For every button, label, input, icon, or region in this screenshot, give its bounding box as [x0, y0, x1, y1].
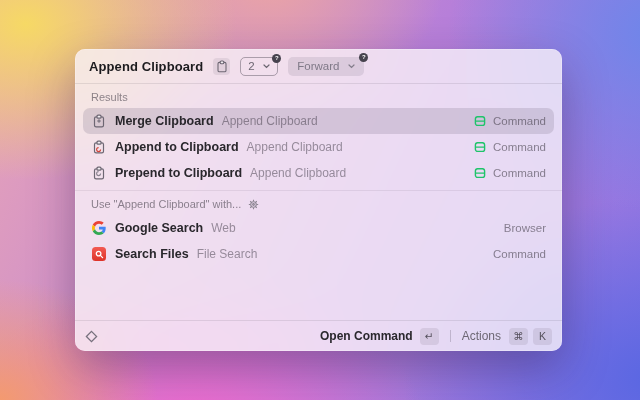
list-item-title: Append to Clipboard: [115, 140, 239, 154]
results-list: Results Merge Clipboard Append Clipboard: [75, 84, 562, 351]
append-clipboard-icon: [91, 140, 107, 154]
command-header: Append Clipboard 2 ? Forward ?: [75, 49, 562, 83]
cmd-key-badge: ⌘: [509, 328, 528, 345]
chevron-down-icon: [263, 64, 270, 69]
list-item-title: Prepend to Clipboard: [115, 166, 242, 180]
count-dropdown[interactable]: 2 ?: [240, 57, 278, 76]
mode-dropdown[interactable]: Forward ?: [288, 57, 364, 76]
chevron-down-icon: [348, 64, 355, 69]
command-tile-icon: [474, 141, 486, 153]
help-badge: ?: [359, 53, 368, 62]
actions-label: Actions: [462, 329, 501, 343]
help-badge: ?: [272, 54, 281, 63]
merge-clipboard-icon: [91, 114, 107, 128]
list-item-subtitle: Web: [211, 221, 235, 235]
page-title: Append Clipboard: [89, 59, 203, 74]
section-label-use-with: Use "Append Clipboard" with...: [83, 191, 554, 215]
list-item-accessory: Command: [493, 141, 546, 153]
list-item-google-search[interactable]: Google Search Web Browser: [83, 215, 554, 241]
list-item-title: Google Search: [115, 221, 203, 235]
open-command-button[interactable]: Open Command ↵: [320, 328, 439, 345]
google-icon: [91, 221, 107, 235]
raycast-logo-icon: [85, 330, 98, 343]
list-item-append-to-clipboard[interactable]: Append to Clipboard Append Clipboard Com…: [83, 134, 554, 160]
list-item-search-files[interactable]: Search Files File Search Command: [83, 241, 554, 267]
count-dropdown-value: 2: [248, 60, 254, 72]
list-item-accessory: Command: [493, 167, 546, 179]
list-item-subtitle: File Search: [197, 247, 258, 261]
action-bar: Open Command ↵ Actions ⌘ K: [75, 320, 562, 351]
list-item-accessory: Command: [493, 248, 546, 260]
mode-dropdown-value: Forward: [297, 60, 339, 72]
command-tile-icon: [474, 115, 486, 127]
list-item-title: Search Files: [115, 247, 189, 261]
footer-divider: [450, 330, 451, 342]
desktop-background: Append Clipboard 2 ? Forward ?: [0, 0, 640, 400]
k-key-badge: K: [533, 328, 552, 345]
clipboard-icon: [213, 58, 230, 75]
list-item-title: Merge Clipboard: [115, 114, 214, 128]
list-item-subtitle: Append Clipboard: [247, 140, 343, 154]
list-item-accessory: Browser: [504, 222, 546, 234]
list-item-subtitle: Append Clipboard: [222, 114, 318, 128]
actions-button[interactable]: Actions ⌘ K: [462, 328, 552, 345]
list-item-merge-clipboard[interactable]: Merge Clipboard Append Clipboard Command: [83, 108, 554, 134]
section-label-results: Results: [83, 84, 554, 108]
launcher-window: Append Clipboard 2 ? Forward ?: [75, 49, 562, 351]
open-command-label: Open Command: [320, 329, 413, 343]
gear-icon[interactable]: [248, 199, 259, 210]
list-item-accessory: Command: [493, 115, 546, 127]
enter-key-badge: ↵: [420, 328, 439, 345]
file-search-icon: [91, 247, 107, 261]
list-item-subtitle: Append Clipboard: [250, 166, 346, 180]
prepend-clipboard-icon: [91, 166, 107, 180]
command-tile-icon: [474, 167, 486, 179]
list-item-prepend-to-clipboard[interactable]: Prepend to Clipboard Append Clipboard Co…: [83, 160, 554, 186]
